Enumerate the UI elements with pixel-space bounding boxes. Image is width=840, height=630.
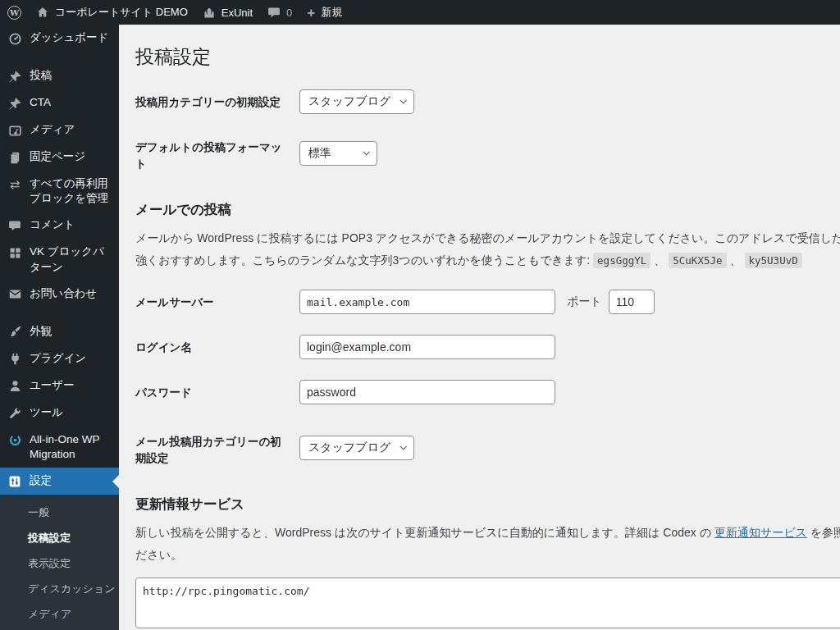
mail-category-select[interactable]: スタッフブログ — [299, 436, 414, 460]
mail-server-label: メールサーバー — [135, 290, 299, 314]
settings-submenu: 一般 投稿設定 表示設定 ディスカッション メディア パーマリンク プライバシー… — [0, 495, 119, 630]
exunit-label: ExUnit — [221, 7, 253, 19]
sidebar-item-tools[interactable]: ツール — [0, 399, 119, 427]
mail-category-value: スタッフブログ — [308, 441, 390, 455]
update-services-description: 新しい投稿を公開すると、WordPress は次のサイト更新通知サービスに自動的… — [135, 522, 840, 567]
mail-category-label: メール投稿用カテゴリーの初期設定 — [135, 429, 299, 468]
default-category-value: スタッフブログ — [308, 94, 390, 109]
exunit-castle-icon — [203, 6, 216, 19]
submenu-permalinks[interactable]: パーマリンク — [0, 627, 119, 630]
settings-sliders-icon — [7, 474, 22, 489]
password-label: パスワード — [135, 380, 299, 404]
sidebar-item-label: CTA — [30, 95, 51, 110]
pushpin-icon — [7, 69, 22, 84]
sidebar-item-vk-block-patterns[interactable]: VK ブロックパターン — [0, 239, 119, 280]
main-content: 投稿設定 投稿用カテゴリーの初期設定 スタッフブログ デフォルトの投稿フォーマッ… — [119, 25, 840, 630]
sidebar-item-label: お問い合わせ — [30, 286, 97, 301]
sidebar-item-appearance[interactable]: 外観 — [0, 318, 119, 345]
default-category-select[interactable]: スタッフブログ — [299, 89, 414, 114]
login-name-input[interactable] — [299, 335, 555, 359]
sidebar-item-comments[interactable]: コメント — [0, 212, 119, 239]
sidebar-item-label: ダッシュボード — [30, 30, 108, 45]
sidebar-item-label: プラグイン — [30, 351, 86, 366]
sidebar-item-cta[interactable]: CTA — [0, 89, 119, 116]
port-label: ポート — [567, 294, 602, 309]
plus-icon: + — [307, 6, 315, 20]
admin-bar: W コーポレートサイト DEMO ExUnit 0 + 新規 — [0, 0, 840, 25]
comments-menu[interactable]: 0 — [260, 0, 299, 25]
sidebar-item-contact[interactable]: お問い合わせ — [0, 281, 119, 308]
home-icon — [36, 6, 49, 19]
sidebar-item-media[interactable]: メディア — [0, 116, 119, 144]
wordpress-logo-icon: W — [7, 6, 21, 20]
sidebar-item-dashboard[interactable]: ダッシュボード — [0, 25, 119, 52]
sidebar-item-ai1wm-migration[interactable]: All-in-One WP Migration — [0, 427, 119, 468]
default-format-value: 標準 — [308, 146, 331, 161]
sidebar-item-label: ユーザー — [30, 378, 75, 393]
post-via-email-description: メールから WordPress に投稿するには POP3 アクセスができる秘密の… — [135, 227, 840, 272]
sidebar-item-label: All-in-One WP Migration — [30, 432, 114, 462]
migration-swirl-icon — [7, 433, 22, 448]
comment-icon — [267, 6, 281, 19]
sidebar-item-label: コメント — [30, 217, 75, 232]
update-services-heading: 更新情報サービス — [135, 495, 840, 514]
password-input[interactable] — [299, 380, 555, 404]
submenu-discussion[interactable]: ディスカッション — [0, 576, 119, 601]
pushpin-icon — [7, 96, 22, 111]
page-title: 投稿設定 — [135, 44, 840, 70]
secret-string-1: egsGggYL — [593, 253, 651, 268]
mail-server-port-input[interactable] — [609, 290, 655, 314]
update-services-link[interactable]: 更新通知サービス — [714, 526, 807, 539]
sidebar-item-pages[interactable]: 固定ページ — [0, 144, 119, 171]
pages-icon — [7, 150, 22, 165]
sidebar-item-users[interactable]: ユーザー — [0, 372, 119, 399]
user-icon — [7, 379, 22, 394]
sidebar-item-label: すべての再利用ブロックを管理 — [30, 176, 114, 206]
mail-server-input[interactable] — [299, 290, 555, 314]
sidebar-item-label: VK ブロックパターン — [30, 244, 114, 274]
chevron-down-icon — [400, 97, 407, 103]
comment-icon — [7, 218, 22, 233]
dashboard-icon — [7, 31, 22, 46]
grid-icon — [7, 245, 22, 260]
wrench-icon — [7, 406, 22, 421]
sidebar-item-label: メディア — [30, 122, 75, 137]
new-content-menu[interactable]: + 新規 — [299, 0, 349, 25]
envelope-icon — [7, 287, 22, 302]
plug-icon — [7, 352, 22, 367]
sidebar-item-label: 固定ページ — [30, 149, 85, 164]
secret-string-3: ky5U3UvD — [745, 253, 802, 268]
sidebar-item-posts[interactable]: 投稿 — [0, 62, 119, 89]
sidebar-item-settings[interactable]: 設定 — [0, 468, 119, 495]
sidebar-item-label: 投稿 — [30, 68, 52, 83]
wordpress-menu[interactable]: W — [0, 0, 29, 25]
submenu-general[interactable]: 一般 — [0, 500, 119, 525]
submenu-writing[interactable]: 投稿設定 — [0, 525, 119, 550]
loop-arrows-icon: ⇄ — [7, 177, 22, 192]
chevron-down-icon — [363, 148, 369, 155]
sidebar-item-plugins[interactable]: プラグイン — [0, 345, 119, 372]
comment-count: 0 — [286, 7, 292, 19]
new-label: 新規 — [321, 5, 342, 20]
admin-sidebar: ダッシュボード 投稿 CTA メディア 固定ページ ⇄ すべての再利用ブロックを… — [0, 25, 119, 630]
login-name-label: ログイン名 — [135, 335, 299, 359]
submenu-reading[interactable]: 表示設定 — [0, 550, 119, 576]
default-category-label: 投稿用カテゴリーの初期設定 — [135, 89, 299, 114]
sidebar-item-label: 設定 — [30, 473, 52, 488]
exunit-menu[interactable]: ExUnit — [195, 0, 260, 25]
site-name-label: コーポレートサイト DEMO — [55, 5, 188, 20]
sidebar-item-label: 外観 — [30, 324, 52, 339]
media-icon — [7, 123, 22, 138]
post-via-email-heading: メールでの投稿 — [135, 201, 840, 219]
chevron-down-icon — [400, 443, 407, 450]
default-format-select[interactable]: 標準 — [299, 141, 377, 166]
submenu-media[interactable]: メディア — [0, 601, 119, 627]
sidebar-item-label: ツール — [30, 405, 63, 420]
default-format-label: デフォルトの投稿フォーマット — [135, 135, 299, 173]
sidebar-item-reusable-blocks[interactable]: ⇄ すべての再利用ブロックを管理 — [0, 171, 119, 212]
ping-services-textarea[interactable]: http://rpc.pingomatic.com/ — [135, 578, 840, 628]
site-name-link[interactable]: コーポレートサイト DEMO — [29, 0, 195, 25]
secret-string-2: 5CuKX5Je — [669, 253, 726, 268]
brush-icon — [7, 325, 22, 340]
current-menu-arrow — [106, 475, 119, 488]
